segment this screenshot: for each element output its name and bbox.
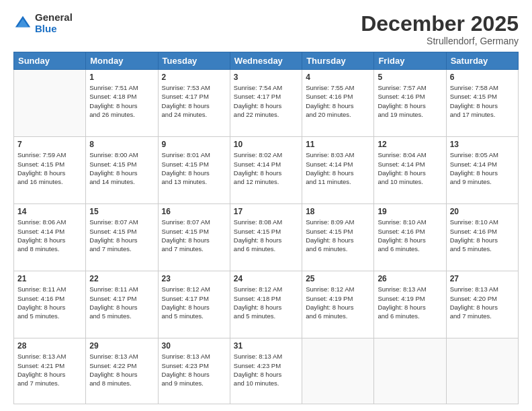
day-number: 20 (450, 207, 515, 216)
day-info: Sunrise: 7:53 AMSunset: 4:17 PMDaylight:… (162, 83, 226, 119)
day-info: Sunrise: 8:07 AMSunset: 4:15 PMDaylight:… (162, 218, 226, 253)
calendar-cell: 12Sunrise: 8:04 AMSunset: 4:14 PMDayligh… (374, 137, 446, 204)
day-info: Sunrise: 7:51 AMSunset: 4:18 PMDaylight:… (89, 83, 154, 119)
calendar-cell: 2Sunrise: 7:53 AMSunset: 4:17 PMDaylight… (158, 70, 230, 137)
day-number: 29 (89, 341, 154, 351)
logo-blue-label: Blue (35, 24, 73, 35)
day-number: 4 (306, 73, 370, 82)
weekday-header-sunday: Sunday (14, 52, 86, 70)
day-number: 7 (17, 140, 82, 149)
header: General Blue December 2025 Strullendorf,… (13, 12, 519, 46)
day-number: 16 (162, 207, 226, 216)
day-info: Sunrise: 8:05 AMSunset: 4:14 PMDaylight:… (450, 150, 515, 186)
calendar-cell: 10Sunrise: 8:02 AMSunset: 4:14 PMDayligh… (230, 137, 302, 204)
day-number: 28 (17, 341, 82, 351)
calendar-cell: 11Sunrise: 8:03 AMSunset: 4:14 PMDayligh… (302, 137, 374, 204)
day-number: 15 (89, 207, 154, 216)
day-number: 6 (450, 73, 515, 82)
calendar-cell: 14Sunrise: 8:06 AMSunset: 4:14 PMDayligh… (14, 204, 86, 271)
week-row-1: 7Sunrise: 7:59 AMSunset: 4:15 PMDaylight… (14, 137, 519, 204)
day-number: 26 (378, 274, 442, 283)
day-number: 5 (378, 73, 442, 82)
calendar-cell: 29Sunrise: 8:13 AMSunset: 4:22 PMDayligh… (86, 338, 158, 404)
week-row-4: 28Sunrise: 8:13 AMSunset: 4:21 PMDayligh… (14, 338, 519, 404)
day-info: Sunrise: 8:09 AMSunset: 4:15 PMDaylight:… (306, 218, 370, 253)
calendar-cell: 23Sunrise: 8:12 AMSunset: 4:17 PMDayligh… (158, 271, 230, 338)
day-number: 24 (234, 274, 298, 283)
day-info: Sunrise: 8:13 AMSunset: 4:23 PMDaylight:… (234, 352, 298, 387)
day-info: Sunrise: 7:58 AMSunset: 4:15 PMDaylight:… (450, 83, 515, 119)
day-info: Sunrise: 8:13 AMSunset: 4:19 PMDaylight:… (378, 285, 442, 320)
calendar-cell: 9Sunrise: 8:01 AMSunset: 4:15 PMDaylight… (158, 137, 230, 204)
calendar-cell: 15Sunrise: 8:07 AMSunset: 4:15 PMDayligh… (86, 204, 158, 271)
logo-general-label: General (35, 12, 73, 24)
title-block: December 2025 Strullendorf, Germany (361, 12, 519, 46)
weekday-header-row: SundayMondayTuesdayWednesdayThursdayFrid… (14, 52, 519, 70)
day-number: 19 (378, 207, 442, 216)
day-number: 22 (89, 274, 154, 283)
calendar-cell: 24Sunrise: 8:12 AMSunset: 4:18 PMDayligh… (230, 271, 302, 338)
day-info: Sunrise: 8:00 AMSunset: 4:15 PMDaylight:… (89, 150, 154, 186)
day-number: 30 (162, 341, 226, 351)
day-number: 17 (234, 207, 298, 216)
day-info: Sunrise: 8:01 AMSunset: 4:15 PMDaylight:… (162, 150, 226, 186)
calendar-cell: 1Sunrise: 7:51 AMSunset: 4:18 PMDaylight… (86, 70, 158, 137)
calendar-cell: 21Sunrise: 8:11 AMSunset: 4:16 PMDayligh… (14, 271, 86, 338)
day-info: Sunrise: 8:13 AMSunset: 4:21 PMDaylight:… (17, 352, 82, 387)
calendar-cell: 20Sunrise: 8:10 AMSunset: 4:16 PMDayligh… (446, 204, 518, 271)
calendar-cell: 5Sunrise: 7:57 AMSunset: 4:16 PMDaylight… (374, 70, 446, 137)
day-info: Sunrise: 7:55 AMSunset: 4:16 PMDaylight:… (306, 83, 370, 119)
logo-icon (13, 14, 32, 33)
calendar-cell: 8Sunrise: 8:00 AMSunset: 4:15 PMDaylight… (86, 137, 158, 204)
calendar-cell: 28Sunrise: 8:13 AMSunset: 4:21 PMDayligh… (14, 338, 86, 404)
day-info: Sunrise: 8:12 AMSunset: 4:18 PMDaylight:… (234, 285, 298, 320)
day-info: Sunrise: 8:06 AMSunset: 4:14 PMDaylight:… (17, 218, 82, 253)
calendar-cell: 30Sunrise: 8:13 AMSunset: 4:23 PMDayligh… (158, 338, 230, 404)
day-number: 31 (234, 341, 298, 351)
day-info: Sunrise: 8:08 AMSunset: 4:15 PMDaylight:… (234, 218, 298, 253)
calendar-cell: 4Sunrise: 7:55 AMSunset: 4:16 PMDaylight… (302, 70, 374, 137)
day-info: Sunrise: 8:04 AMSunset: 4:14 PMDaylight:… (378, 150, 442, 186)
day-number: 1 (89, 73, 154, 82)
day-info: Sunrise: 8:11 AMSunset: 4:16 PMDaylight:… (17, 285, 82, 320)
calendar-cell: 6Sunrise: 7:58 AMSunset: 4:15 PMDaylight… (446, 70, 518, 137)
day-info: Sunrise: 8:13 AMSunset: 4:20 PMDaylight:… (450, 285, 515, 320)
day-number: 3 (234, 73, 298, 82)
day-info: Sunrise: 7:57 AMSunset: 4:16 PMDaylight:… (378, 83, 442, 119)
day-info: Sunrise: 8:11 AMSunset: 4:17 PMDaylight:… (89, 285, 154, 320)
calendar-cell (446, 338, 518, 404)
calendar-cell: 22Sunrise: 8:11 AMSunset: 4:17 PMDayligh… (86, 271, 158, 338)
day-number: 21 (17, 274, 82, 283)
day-number: 14 (17, 207, 82, 216)
day-number: 27 (450, 274, 515, 283)
weekday-header-thursday: Thursday (302, 52, 374, 70)
weekday-header-friday: Friday (374, 52, 446, 70)
week-row-0: 1Sunrise: 7:51 AMSunset: 4:18 PMDaylight… (14, 70, 519, 137)
day-info: Sunrise: 8:13 AMSunset: 4:22 PMDaylight:… (89, 352, 154, 387)
calendar-cell: 13Sunrise: 8:05 AMSunset: 4:14 PMDayligh… (446, 137, 518, 204)
day-number: 18 (306, 207, 370, 216)
calendar-cell: 7Sunrise: 7:59 AMSunset: 4:15 PMDaylight… (14, 137, 86, 204)
calendar-cell (302, 338, 374, 404)
month-title: December 2025 (361, 12, 519, 36)
calendar-cell: 17Sunrise: 8:08 AMSunset: 4:15 PMDayligh… (230, 204, 302, 271)
day-number: 13 (450, 140, 515, 149)
day-info: Sunrise: 8:10 AMSunset: 4:16 PMDaylight:… (378, 218, 442, 253)
calendar-cell: 18Sunrise: 8:09 AMSunset: 4:15 PMDayligh… (302, 204, 374, 271)
day-number: 2 (162, 73, 226, 82)
day-info: Sunrise: 7:54 AMSunset: 4:17 PMDaylight:… (234, 83, 298, 119)
calendar-cell: 19Sunrise: 8:10 AMSunset: 4:16 PMDayligh… (374, 204, 446, 271)
day-info: Sunrise: 8:12 AMSunset: 4:17 PMDaylight:… (162, 285, 226, 320)
logo-text: General Blue (35, 12, 73, 34)
logo: General Blue (13, 12, 73, 34)
weekday-header-saturday: Saturday (446, 52, 518, 70)
weekday-header-wednesday: Wednesday (230, 52, 302, 70)
calendar-cell: 27Sunrise: 8:13 AMSunset: 4:20 PMDayligh… (446, 271, 518, 338)
week-row-3: 21Sunrise: 8:11 AMSunset: 4:16 PMDayligh… (14, 271, 519, 338)
day-info: Sunrise: 8:03 AMSunset: 4:14 PMDaylight:… (306, 150, 370, 186)
day-number: 9 (162, 140, 226, 149)
day-info: Sunrise: 8:12 AMSunset: 4:19 PMDaylight:… (306, 285, 370, 320)
day-number: 23 (162, 274, 226, 283)
calendar-cell: 31Sunrise: 8:13 AMSunset: 4:23 PMDayligh… (230, 338, 302, 404)
day-number: 12 (378, 140, 442, 149)
